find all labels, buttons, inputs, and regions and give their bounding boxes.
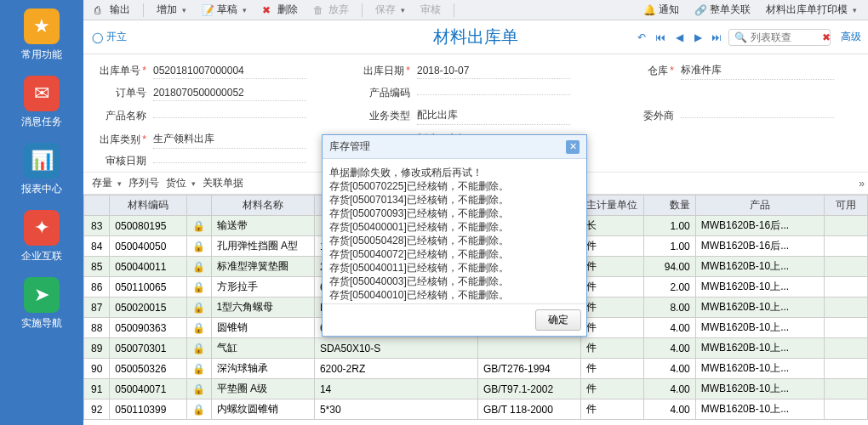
sidebar-label: 企业互联 bbox=[21, 249, 62, 264]
sidebar-item-common[interactable]: ★ 常用功能 bbox=[3, 3, 80, 71]
out-type-label: 出库类别* bbox=[95, 133, 146, 147]
compass-icon: ➤ bbox=[24, 277, 60, 313]
clear-icon[interactable]: ✖ bbox=[822, 31, 831, 43]
star-icon: ★ bbox=[24, 8, 60, 44]
report-icon: 📊 bbox=[24, 143, 60, 178]
document-title: 材料出库单 bbox=[433, 26, 518, 48]
message-icon: ✉ bbox=[24, 76, 60, 111]
sidebar-label: 实施导航 bbox=[21, 316, 62, 331]
output-button[interactable]: ⎙输出 bbox=[89, 0, 136, 20]
dialog-ok-button[interactable]: 确定 bbox=[535, 309, 581, 331]
delete-button[interactable]: ✖删除 bbox=[256, 0, 304, 20]
link-button[interactable]: 关联单据 bbox=[203, 176, 243, 190]
sidebar-item-report[interactable]: 📊 报表中心 bbox=[3, 138, 80, 205]
search-input[interactable] bbox=[751, 31, 819, 43]
more-icon[interactable]: » bbox=[859, 178, 865, 190]
wh-value[interactable]: 标准件库 bbox=[681, 61, 834, 80]
col-name[interactable]: 材料名称 bbox=[211, 196, 314, 216]
search-box[interactable]: 🔍 ✖ bbox=[728, 29, 831, 46]
col-code[interactable]: 材料编码 bbox=[110, 196, 187, 216]
prod-name-label: 产品名称 bbox=[95, 109, 146, 123]
table-row[interactable]: 91050040071🔒平垫圈 A级14GB/T97.1-2002件4.00MW… bbox=[84, 379, 868, 400]
prod-code-value[interactable] bbox=[417, 91, 570, 95]
bell-icon: 🔔 bbox=[643, 4, 655, 16]
dialog-close-button[interactable]: ✕ bbox=[566, 140, 580, 154]
print-template-button[interactable]: 材料出库单打印模▾ bbox=[760, 0, 863, 20]
discard-icon: 🗑 bbox=[313, 4, 325, 16]
sidebar-label: 常用功能 bbox=[21, 48, 62, 62]
sidebar-label: 报表中心 bbox=[21, 182, 62, 196]
col-avail[interactable]: 可用 bbox=[825, 196, 868, 216]
title-bar: ◯开立 材料出库单 ↶ ⏮ ◀ ▶ ⏭ 🔍 ✖ 高级 bbox=[83, 20, 868, 54]
next-button[interactable]: ▶ bbox=[691, 31, 705, 44]
enterprise-icon: ✦ bbox=[24, 210, 60, 246]
col-qty[interactable]: 数量 bbox=[644, 196, 696, 216]
output-icon: ⎙ bbox=[94, 4, 106, 16]
order-no-label: 订单号 bbox=[95, 86, 146, 100]
discard-button[interactable]: 🗑放弃 bbox=[307, 0, 355, 20]
draft-icon: 📝 bbox=[202, 4, 214, 16]
error-dialog: 库存管理 ✕ 单据删除失败，修改或稍后再试！存货[050070225]已经核销，… bbox=[322, 134, 587, 337]
prod-name-value[interactable] bbox=[153, 114, 306, 118]
out-type-value[interactable]: 生产领料出库 bbox=[153, 130, 306, 149]
first-button[interactable]: ⏮ bbox=[654, 31, 667, 44]
out-no-value[interactable]: 0520181007000004 bbox=[153, 63, 306, 79]
col-unit[interactable]: 主计量单位 bbox=[581, 196, 644, 216]
circle-icon: ◯ bbox=[92, 31, 103, 43]
dialog-body[interactable]: 单据删除失败，修改或稍后再试！存货[050070225]已经核销，不能删除。存货… bbox=[323, 159, 586, 303]
stock-button[interactable]: 存量▾ bbox=[92, 176, 122, 190]
prod-code-label: 产品编码 bbox=[359, 86, 410, 100]
add-button[interactable]: 增加▾ bbox=[151, 0, 192, 20]
outsrc-label: 委外商 bbox=[623, 109, 674, 123]
table-row[interactable]: 92050110399🔒内螺纹圆锥销5*30GB/T 118-2000件4.00… bbox=[84, 400, 868, 420]
outsrc-value[interactable] bbox=[681, 114, 834, 118]
link-all-button[interactable]: 🔗整单关联 bbox=[688, 0, 757, 20]
out-no-label: 出库单号* bbox=[95, 64, 146, 78]
col-prod[interactable]: 产品 bbox=[695, 196, 825, 216]
audit-date-value[interactable] bbox=[153, 159, 306, 163]
search-icon: 🔍 bbox=[734, 31, 747, 43]
sidebar-label: 消息任务 bbox=[21, 115, 62, 129]
review-button[interactable]: 审核 bbox=[414, 0, 447, 20]
advanced-link[interactable]: 高级 bbox=[841, 30, 861, 44]
sidebar-item-implement[interactable]: ➤ 实施导航 bbox=[3, 272, 80, 339]
link-icon: 🔗 bbox=[694, 4, 706, 16]
undo-button[interactable]: ↶ bbox=[635, 31, 648, 44]
table-row[interactable]: 89050070301🔒气缸SDA50X10-S件4.00MWB1620B-10… bbox=[84, 338, 868, 359]
loc-button[interactable]: 货位▾ bbox=[166, 176, 196, 190]
status-open: ◯开立 bbox=[92, 30, 127, 44]
sidebar: ★ 常用功能 ✉ 消息任务 📊 报表中心 ✦ 企业互联 ➤ 实施导航 bbox=[0, 0, 83, 425]
seq-button[interactable]: 序列号 bbox=[128, 176, 159, 190]
wh-label: 仓库* bbox=[623, 64, 674, 78]
biz-type-value[interactable]: 配比出库 bbox=[417, 106, 570, 125]
notify-button[interactable]: 🔔通知 bbox=[637, 0, 685, 20]
dialog-title: 库存管理 bbox=[329, 139, 370, 154]
biz-type-label: 业务类型 bbox=[359, 109, 410, 123]
sidebar-item-message[interactable]: ✉ 消息任务 bbox=[3, 71, 80, 138]
table-row[interactable]: 90050050326🔒深沟球轴承6200-2RZGB/T276-1994件4.… bbox=[84, 359, 868, 379]
chevron-down-icon: ▾ bbox=[182, 6, 186, 14]
prev-button[interactable]: ◀ bbox=[672, 31, 686, 44]
delete-icon: ✖ bbox=[262, 4, 274, 16]
draft-button[interactable]: 📝草稿▾ bbox=[196, 0, 253, 20]
out-date-label: 出库日期* bbox=[359, 64, 410, 78]
last-button[interactable]: ⏭ bbox=[710, 31, 723, 44]
main-toolbar: ⎙输出 增加▾ 📝草稿▾ ✖删除 🗑放弃 保存▾ 审核 🔔通知 🔗整单关联 材料… bbox=[83, 0, 868, 20]
save-button[interactable]: 保存▾ bbox=[369, 0, 411, 20]
audit-date-label: 审核日期 bbox=[95, 154, 146, 168]
sidebar-item-enterprise[interactable]: ✦ 企业互联 bbox=[3, 205, 80, 272]
out-date-value[interactable]: 2018-10-07 bbox=[417, 63, 570, 79]
order-no-value[interactable]: 2018070500000052 bbox=[153, 85, 306, 101]
